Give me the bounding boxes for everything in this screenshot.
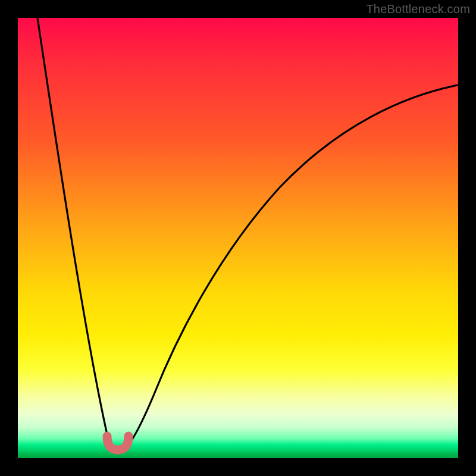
curve-left — [36, 18, 114, 449]
watermark-text: TheBottleneck.com — [366, 2, 470, 16]
curve-right — [125, 84, 458, 449]
chart-frame: TheBottleneck.com — [0, 0, 476, 476]
bottleneck-curve — [18, 18, 458, 458]
plot-area — [18, 18, 458, 458]
trough-marker — [107, 436, 129, 450]
